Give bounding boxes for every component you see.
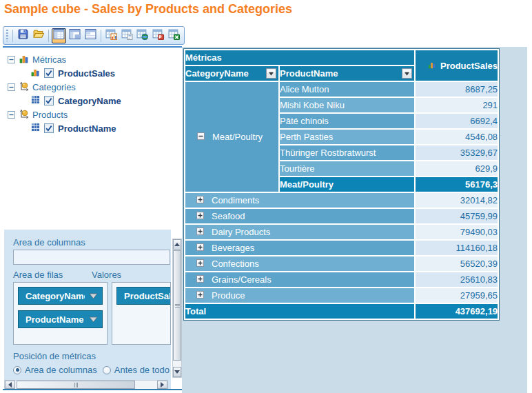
horizontal-scrollbar[interactable]: [4, 380, 168, 390]
category-cell-condiments[interactable]: Condiments: [185, 193, 414, 208]
radio-label[interactable]: Area de columnas: [25, 365, 97, 375]
export-table-excel-icon: [168, 28, 180, 43]
values-area-label: Valores: [92, 270, 170, 280]
subtotal-label-cell: Meat/Poultry: [280, 177, 414, 192]
category-cell-dairy-products[interactable]: Dairy Products: [185, 225, 414, 239]
value-cell: 8687,25: [416, 82, 498, 97]
productsales-column-header[interactable]: ProductSales: [416, 50, 498, 81]
expand-icon[interactable]: [196, 243, 204, 253]
tree-group-label[interactable]: Products: [32, 110, 68, 120]
category-cell-seafood[interactable]: Seafood: [185, 209, 414, 223]
page-title: Sample cube - Sales by Products and Cate…: [4, 2, 292, 17]
columns-area-label: Area de columnas: [13, 237, 171, 248]
productname-column-header[interactable]: ProductName: [280, 66, 414, 81]
scroll-up-button[interactable]: [173, 239, 181, 250]
category-cell-produce[interactable]: Produce: [185, 288, 414, 303]
product-cell: Pâté chinois: [280, 114, 414, 128]
expand-icon[interactable]: [196, 259, 204, 269]
tree-item-productname[interactable]: ProductName: [3, 121, 172, 135]
scroll-left-button[interactable]: [5, 381, 15, 389]
category-label: Condiments: [212, 195, 259, 205]
collapse-icon[interactable]: [197, 132, 205, 142]
export-pdf-button[interactable]: [151, 28, 165, 43]
column-header-label: CategoryName: [185, 68, 249, 79]
category-cell-confections[interactable]: Confections: [185, 256, 414, 271]
tree-group-metricas[interactable]: Métricas: [3, 52, 172, 66]
field-pill-productsales[interactable]: ProductSales: [116, 287, 171, 305]
field-pill-productname[interactable]: ProductName: [18, 310, 103, 328]
filter-button[interactable]: [266, 68, 276, 81]
radio-columns-area[interactable]: [13, 366, 21, 374]
layout-flat-button[interactable]: [83, 28, 98, 43]
export-html-button[interactable]: [135, 28, 150, 43]
columns-drop-area[interactable]: [13, 250, 170, 265]
radio-label[interactable]: Antes de todo: [114, 365, 170, 375]
value-cell: 45759,99: [416, 209, 498, 223]
scroll-right-button[interactable]: [157, 381, 167, 389]
value-cell: 32014,82: [416, 193, 498, 208]
measure-header-label: ProductSales: [440, 61, 498, 71]
expand-icon[interactable]: [196, 290, 204, 301]
category-cell-beverages[interactable]: Beverages: [185, 241, 414, 255]
tree-item-productsales[interactable]: ProductSales: [3, 66, 172, 80]
collapse-icon[interactable]: [8, 111, 15, 119]
tree-group-label[interactable]: Métricas: [32, 54, 66, 65]
category-label: Seafood: [212, 211, 245, 221]
tree-item-label[interactable]: ProductSales: [58, 68, 115, 79]
value-cell: 35329,67: [416, 145, 498, 160]
dimension-icon: [19, 109, 29, 121]
category-label: Produce: [212, 290, 245, 301]
expand-icon[interactable]: [196, 274, 204, 285]
group-cell-meat-poultry[interactable]: Meat/Poultry: [185, 82, 278, 192]
collapse-icon[interactable]: [8, 56, 15, 63]
layout-compact-button[interactable]: [68, 28, 82, 43]
filter-dropdown-icon[interactable]: [89, 291, 98, 301]
checkbox-checked[interactable]: [44, 123, 54, 133]
rows-drop-area[interactable]: CategoryName ProductName: [13, 282, 108, 345]
toolbar-separator: [101, 30, 101, 42]
expand-icon[interactable]: [196, 211, 204, 221]
value-cell: 629,9: [416, 161, 498, 176]
checkbox-checked[interactable]: [44, 68, 54, 78]
filter-button[interactable]: [402, 68, 412, 81]
dimension-icon: [19, 81, 29, 93]
open-button[interactable]: [32, 28, 46, 43]
export-table-pdf-icon: [152, 28, 164, 43]
vertical-scrollbar[interactable]: [172, 239, 182, 378]
product-cell: Mishi Kobe Niku: [280, 98, 414, 112]
values-drop-area[interactable]: ProductSales: [112, 282, 171, 345]
measures-position-label: Posición de métricas: [13, 351, 171, 361]
save-button[interactable]: [16, 28, 30, 43]
floppy-disk-icon: [17, 28, 29, 43]
export-report-button[interactable]: [104, 28, 119, 43]
scrollbar-thumb[interactable]: [17, 381, 135, 389]
collapse-icon[interactable]: [8, 83, 15, 91]
open-folder-icon: [32, 28, 45, 43]
scroll-down-button[interactable]: [173, 367, 181, 377]
field-pill-categoryname[interactable]: CategoryName: [18, 287, 103, 305]
categoryname-column-header[interactable]: CategoryName: [185, 66, 278, 81]
filter-dropdown-icon[interactable]: [89, 314, 98, 325]
category-cell-grains-cereals[interactable]: Grains/Cereals: [185, 272, 414, 287]
tree-item-label[interactable]: ProductName: [58, 123, 116, 134]
expand-icon[interactable]: [196, 227, 204, 237]
export-excel-button[interactable]: [167, 28, 181, 43]
tree-group-categories[interactable]: Categories: [3, 80, 172, 94]
checkbox-checked[interactable]: [44, 96, 54, 105]
tree-group-products[interactable]: Products: [3, 108, 172, 121]
toolbar-grip-handle[interactable]: [6, 30, 8, 41]
field-list-panel: Métricas ProductSales Categories Categor…: [3, 46, 182, 393]
tree-group-label[interactable]: Categories: [32, 82, 76, 92]
export-document-button[interactable]: [120, 28, 134, 43]
layout-classic-button[interactable]: [52, 28, 66, 43]
tree-item-categoryname[interactable]: CategoryName: [3, 94, 172, 108]
radio-before-all[interactable]: [103, 366, 111, 374]
bar-chart-icon: [428, 61, 436, 71]
expand-icon[interactable]: [196, 195, 204, 205]
scrollbar-thumb[interactable]: [173, 250, 181, 361]
value-cell: 25610,83: [416, 272, 498, 287]
product-cell: Perth Pasties: [280, 130, 414, 144]
toolbar: [3, 26, 185, 45]
tree-item-label[interactable]: CategoryName: [58, 96, 121, 106]
subtotal-value-cell: 56176,3: [416, 177, 498, 192]
